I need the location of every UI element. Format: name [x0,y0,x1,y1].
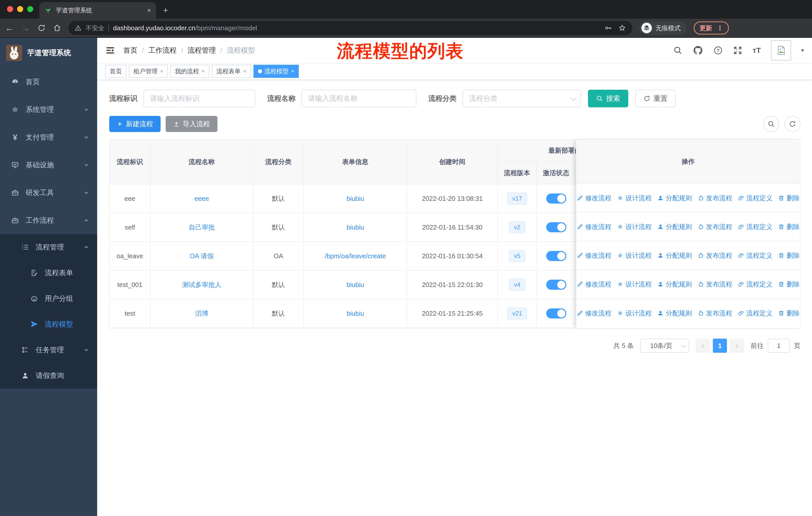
delete-action[interactable]: 删除 [778,251,800,260]
goto-page-input[interactable] [768,338,790,353]
sidebar-item-home[interactable]: 首页 [0,68,97,96]
delete-action[interactable]: 删除 [778,280,800,289]
form-info-link[interactable]: biubiu [347,195,364,202]
edit-process-action[interactable]: 修改流程 [577,309,611,318]
process-name-link[interactable]: eeee [195,195,209,202]
tag-close-icon[interactable]: × [202,68,205,75]
avatar-caret-icon[interactable]: ▾ [801,47,804,54]
delete-action[interactable]: 删除 [778,309,800,318]
window-controls[interactable] [7,6,33,12]
edit-process-action[interactable]: 修改流程 [577,194,611,202]
font-size-icon[interactable]: тT [753,46,761,55]
assign-rule-action[interactable]: 分配规则 [657,222,692,231]
show-search-toggle-button[interactable] [763,116,779,132]
sidebar-logo[interactable]: 芋道管理系统 [0,38,97,68]
zoom-window-button[interactable] [27,6,33,12]
user-avatar[interactable] [771,40,791,60]
process-name-link[interactable]: 滔博 [195,309,208,318]
help-icon[interactable] [713,46,723,55]
tag-process-form[interactable]: 流程表单 × [212,65,251,78]
assign-rule-action[interactable]: 分配规则 [657,194,692,202]
design-process-action[interactable]: 设计流程 [617,194,652,202]
assign-rule-action[interactable]: 分配规则 [657,280,692,289]
reload-icon[interactable] [37,24,46,32]
refresh-table-button[interactable] [784,116,801,132]
import-process-button[interactable]: 导入流程 [166,116,218,132]
search-icon[interactable] [673,46,683,55]
publish-process-action[interactable]: 发布流程 [697,194,732,202]
sidebar-item-payment[interactable]: ¥ 支付管理 [0,124,97,151]
publish-process-action[interactable]: 发布流程 [697,251,732,260]
minimize-window-button[interactable] [17,6,23,12]
page-size-select[interactable]: 10条/页 [640,338,689,353]
url-text[interactable]: dashboard.yudao.iocoder.cn/bpm/manager/m… [113,24,257,32]
design-process-action[interactable]: 设计流程 [617,251,652,260]
collapse-sidebar-icon[interactable] [105,45,115,55]
sidebar-item-process-model[interactable]: 流程模型 [0,311,97,337]
address-bar[interactable]: 不安全 dashboard.yudao.iocoder.cn/bpm/manag… [68,21,632,35]
process-name-input[interactable] [301,90,416,107]
publish-process-action[interactable]: 发布流程 [697,280,732,289]
process-definition-action[interactable]: 流程定义 [738,280,773,289]
delete-action[interactable]: 删除 [778,194,800,202]
tab-close-icon[interactable]: × [147,6,151,15]
form-info-link[interactable]: /bpm/oa/leave/create [325,252,386,260]
current-page-button[interactable]: 1 [713,338,727,353]
process-name-link[interactable]: 自己审批 [188,223,215,232]
design-process-action[interactable]: 设计流程 [617,309,652,318]
process-definition-action[interactable]: 流程定义 [738,194,773,202]
breadcrumb-item[interactable]: 工作流程 [148,46,177,55]
version-badge[interactable]: v5 [509,250,525,262]
security-label[interactable]: 不安全 [86,24,105,32]
create-process-button[interactable]: 新建流程 [109,116,161,132]
tag-tenant[interactable]: 租户管理 × [129,65,168,78]
publish-process-action[interactable]: 发布流程 [697,222,732,231]
sidebar-item-task-management[interactable]: 任务管理 [0,337,97,363]
process-definition-action[interactable]: 流程定义 [738,251,773,260]
browser-update-button[interactable]: 更新 ⋮ [694,21,729,34]
process-key-input[interactable] [143,90,255,107]
breadcrumb-item[interactable]: 流程管理 [188,46,216,55]
bookmark-star-icon[interactable] [618,24,626,32]
active-status-toggle[interactable] [546,193,566,203]
edit-process-action[interactable]: 修改流程 [577,222,611,231]
publish-process-action[interactable]: 发布流程 [697,309,732,318]
browser-menu-icon[interactable]: ⋮ [717,24,723,32]
active-status-toggle[interactable] [546,251,566,261]
sidebar-item-system[interactable]: 系统管理 [0,96,97,124]
close-window-button[interactable] [7,6,13,12]
back-icon[interactable]: ← [5,23,14,32]
search-button[interactable]: 搜索 [588,90,628,107]
active-status-toggle[interactable] [546,308,566,319]
tag-close-icon[interactable]: × [160,68,163,75]
tag-my-process[interactable]: 我的流程 × [170,65,209,78]
version-badge[interactable]: v4 [509,279,525,291]
process-name-link[interactable]: 测试多审批人 [182,280,221,289]
sidebar-item-workflow[interactable]: 工作流程 [0,207,97,234]
sidebar-item-infrastructure[interactable]: 基础设施 [0,151,97,179]
form-info-link[interactable]: biubiu [347,223,364,231]
version-badge[interactable]: v17 [507,192,527,205]
edit-process-action[interactable]: 修改流程 [577,280,611,289]
tag-home[interactable]: 首页 [105,65,126,78]
tag-close-icon[interactable]: × [243,68,246,75]
design-process-action[interactable]: 设计流程 [617,280,652,289]
process-definition-action[interactable]: 流程定义 [738,309,773,318]
sidebar-item-user-group[interactable]: 用户分组 [0,286,97,311]
password-key-icon[interactable] [604,24,612,32]
home-icon[interactable] [53,24,61,32]
form-info-link[interactable]: biubiu [347,310,364,318]
next-page-button[interactable]: › [730,338,744,353]
sidebar-item-leave-query[interactable]: 请假查询 [0,363,97,388]
edit-process-action[interactable]: 修改流程 [577,251,611,260]
fullscreen-icon[interactable] [733,46,743,55]
github-icon[interactable] [693,45,703,56]
process-definition-action[interactable]: 流程定义 [738,222,773,231]
assign-rule-action[interactable]: 分配规则 [657,309,692,318]
prev-page-button[interactable]: ‹ [696,338,710,353]
browser-tab[interactable]: 芋道管理系统 × [39,2,156,19]
sidebar-item-process-form[interactable]: 流程表单 [0,260,97,286]
version-badge[interactable]: v2 [509,221,525,233]
new-tab-button[interactable]: + [163,5,168,15]
process-name-link[interactable]: OA 请假 [190,252,214,261]
